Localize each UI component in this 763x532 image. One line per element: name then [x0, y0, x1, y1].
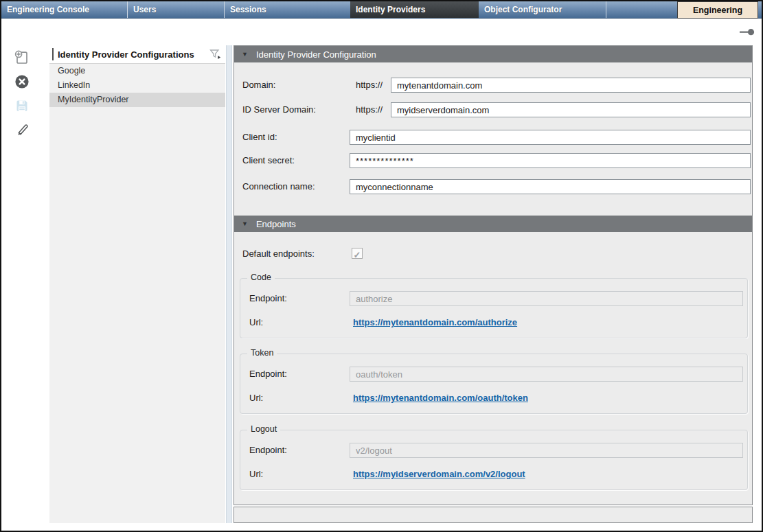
client-id-input[interactable]: [350, 130, 751, 145]
configuration-panel: ▼ Identity Provider Configuration Domain…: [234, 45, 753, 505]
default-endpoints-label: Default endpoints:: [242, 248, 315, 259]
header-accent-bar: [52, 48, 54, 60]
top-tab-bar: Engineering Console Users Sessions Ident…: [1, 1, 762, 19]
group-legend: Token: [247, 348, 277, 358]
client-secret-label: Client secret:: [242, 153, 295, 168]
group-legend: Logout: [247, 424, 280, 434]
list-item-myidentityprovider[interactable]: MyIdentityProvider: [49, 93, 225, 107]
url-label: Url:: [249, 467, 263, 482]
delete-icon[interactable]: [14, 73, 30, 90]
list-title: Identity Provider Configurations: [58, 49, 194, 60]
edit-icon[interactable]: [14, 122, 30, 138]
tab-object-configurator[interactable]: Object Configurator: [479, 1, 606, 18]
endpoint-label: Endpoint:: [249, 367, 287, 382]
client-secret-input[interactable]: [350, 153, 751, 168]
group-legend: Code: [247, 273, 275, 282]
connection-name-input[interactable]: [350, 179, 751, 194]
checkmark-icon: ✓: [354, 250, 361, 260]
tab-identity-providers[interactable]: Identity Providers: [350, 1, 479, 18]
id-server-domain-label: ID Server Domain:: [242, 102, 316, 117]
endpoint-label: Endpoint:: [249, 291, 287, 306]
code-endpoint-group: Code Endpoint: Url: https://mytenantdoma…: [240, 278, 748, 338]
filter-funnel-icon[interactable]: [209, 49, 222, 60]
app-window: Engineering Console Users Sessions Ident…: [0, 0, 763, 532]
domain-label: Domain:: [242, 78, 275, 93]
endpoint-label: Endpoint:: [249, 443, 287, 458]
collapse-triangle-icon: ▼: [242, 51, 248, 58]
code-endpoint-input: [350, 291, 743, 306]
domain-https-prefix: https://: [356, 78, 387, 93]
connection-name-label: Connection name:: [242, 179, 315, 194]
panel-pin-icon[interactable]: [740, 28, 755, 36]
id-server-https-prefix: https://: [356, 102, 387, 117]
list-header: Identity Provider Configurations: [49, 45, 225, 64]
tab-users[interactable]: Users: [128, 1, 224, 18]
add-document-icon[interactable]: [14, 49, 30, 66]
token-endpoint-group: Token Endpoint: Url: https://mytenantdom…: [240, 354, 748, 414]
domain-input[interactable]: [391, 78, 751, 93]
engineering-mode-button[interactable]: Engineering: [677, 1, 758, 19]
logout-url-link[interactable]: https://myidserverdomain.com/v2/logout: [353, 467, 525, 482]
logout-endpoint-input: [350, 443, 743, 458]
list-item-linkedin[interactable]: LinkedIn: [49, 78, 225, 93]
tab-separator: [606, 1, 606, 18]
section-title: Endpoints: [256, 219, 296, 229]
collapse-triangle-icon: ▼: [242, 220, 248, 227]
code-url-link[interactable]: https://mytenantdomain.com/authorize: [353, 315, 517, 330]
identity-provider-list-panel: Identity Provider Configurations Google …: [49, 45, 225, 523]
tab-engineering-console[interactable]: Engineering Console: [1, 1, 127, 18]
panel-splitter[interactable]: [226, 45, 232, 523]
token-url-link[interactable]: https://mytenantdomain.com/oauth/token: [353, 391, 528, 406]
save-icon: [14, 97, 30, 114]
endpoints-header[interactable]: ▼ Endpoints: [234, 216, 752, 232]
tab-sessions[interactable]: Sessions: [225, 1, 350, 18]
client-id-label: Client id:: [242, 130, 277, 145]
logout-endpoint-group: Logout Endpoint: Url: https://myidserver…: [240, 430, 748, 490]
token-endpoint-input: [350, 367, 743, 382]
id-server-domain-input[interactable]: [391, 102, 751, 117]
identity-provider-configuration-header[interactable]: ▼ Identity Provider Configuration: [234, 46, 752, 62]
url-label: Url:: [249, 315, 263, 330]
default-endpoints-checkbox: ✓: [352, 248, 363, 259]
url-label: Url:: [249, 391, 263, 406]
content-area: Identity Provider Configurations Google …: [1, 19, 762, 531]
list-item-google[interactable]: Google: [49, 64, 225, 78]
footer-strip: [234, 507, 753, 523]
section-title: Identity Provider Configuration: [256, 49, 376, 60]
